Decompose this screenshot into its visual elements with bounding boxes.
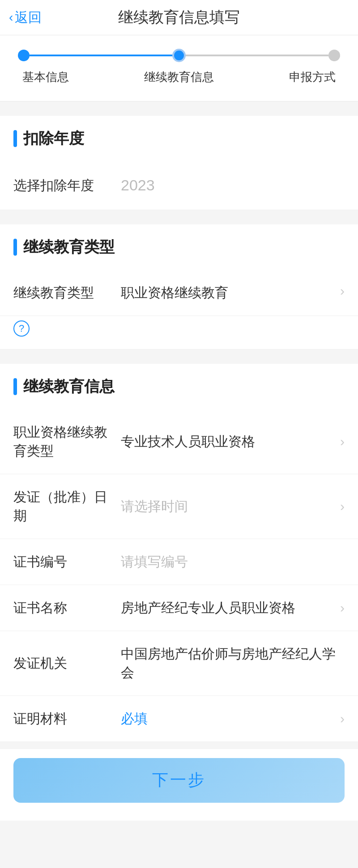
cert-name-chevron-icon: › <box>340 600 345 615</box>
section-indicator-3 <box>13 378 17 395</box>
edu-type-chevron-icon: › <box>340 434 345 449</box>
cert-date-row[interactable]: 发证（批准）日期 请选择时间 › <box>0 474 358 539</box>
proof-materials-label: 证明材料 <box>13 709 112 728</box>
deduction-year-label: 选择扣除年度 <box>13 176 112 195</box>
section-indicator-1 <box>13 130 17 147</box>
help-icon[interactable]: ? <box>13 320 30 337</box>
cert-date-label: 发证（批准）日期 <box>13 488 112 525</box>
divider-3 <box>0 350 358 357</box>
cert-date-chevron-icon: › <box>340 499 345 514</box>
education-type-value: 职业资格继续教育 <box>112 283 336 302</box>
cert-name-value: 房地产经纪专业人员职业资格 <box>112 598 336 617</box>
back-chevron-icon: ‹ <box>9 10 13 25</box>
step-1-label: 基本信息 <box>22 69 127 85</box>
cert-date-value: 请选择时间 <box>112 497 336 516</box>
back-button[interactable]: ‹ 返回 <box>9 8 42 27</box>
next-button[interactable]: 下一步 <box>13 758 345 803</box>
edu-type-value: 专业技术人员职业资格 <box>112 432 336 451</box>
step-1-dot <box>18 50 30 61</box>
education-info-title: 继续教育信息 <box>23 376 115 397</box>
issuing-authority-row[interactable]: 发证机关 中国房地产估价师与房地产经纪人学会 <box>0 631 358 696</box>
edu-type-label: 职业资格继续教育类型 <box>13 423 112 460</box>
edu-type-row[interactable]: 职业资格继续教育类型 专业技术人员职业资格 › <box>0 409 358 474</box>
education-type-row[interactable]: 继续教育类型 职业资格继续教育 › <box>0 270 358 316</box>
step-3-label: 申报方式 <box>231 69 336 85</box>
page-header: ‹ 返回 继续教育信息填写 <box>0 0 358 35</box>
issuing-authority-label: 发证机关 <box>13 654 112 673</box>
back-label: 返回 <box>15 8 42 27</box>
step-line-2 <box>186 55 328 56</box>
divider-1 <box>0 101 358 109</box>
deduction-year-title: 扣除年度 <box>23 128 84 149</box>
proof-materials-row[interactable]: 证明材料 必填 › <box>0 696 358 742</box>
bottom-button-area: 下一步 <box>0 749 358 821</box>
progress-section: 基本信息 继续教育信息 申报方式 <box>0 35 358 101</box>
steps-track <box>18 49 340 62</box>
cert-number-row[interactable]: 证书编号 请填写编号 <box>0 539 358 585</box>
steps-labels: 基本信息 继续教育信息 申报方式 <box>18 69 340 85</box>
deduction-year-row[interactable]: 选择扣除年度 2023 <box>0 161 358 210</box>
question-mark: ? <box>19 323 24 334</box>
step-line-1 <box>30 55 172 56</box>
section-indicator-2 <box>13 239 17 256</box>
help-row: ? <box>0 316 358 350</box>
step-3-dot <box>328 50 340 61</box>
step-2-dot <box>172 49 186 62</box>
divider-2 <box>0 210 358 217</box>
issuing-authority-value: 中国房地产估价师与房地产经纪人学会 <box>112 645 345 682</box>
cert-name-row[interactable]: 证书名称 房地产经纪专业人员职业资格 › <box>0 585 358 631</box>
education-info-section-header: 继续教育信息 <box>0 364 358 409</box>
deduction-year-value: 2023 <box>112 175 345 196</box>
education-type-title: 继续教育类型 <box>23 237 115 257</box>
cert-name-label: 证书名称 <box>13 598 112 617</box>
proof-materials-value: 必填 <box>112 709 336 728</box>
proof-materials-chevron-icon: › <box>340 711 345 726</box>
education-type-chevron-icon: › <box>340 283 345 299</box>
education-type-section-header: 继续教育类型 <box>0 224 358 270</box>
deduction-year-section-header: 扣除年度 <box>0 116 358 161</box>
cert-number-label: 证书编号 <box>13 552 112 571</box>
step-2-label: 继续教育信息 <box>127 69 231 85</box>
education-type-label: 继续教育类型 <box>13 283 112 302</box>
cert-number-value: 请填写编号 <box>112 552 345 571</box>
page-title: 继续教育信息填写 <box>118 7 240 28</box>
